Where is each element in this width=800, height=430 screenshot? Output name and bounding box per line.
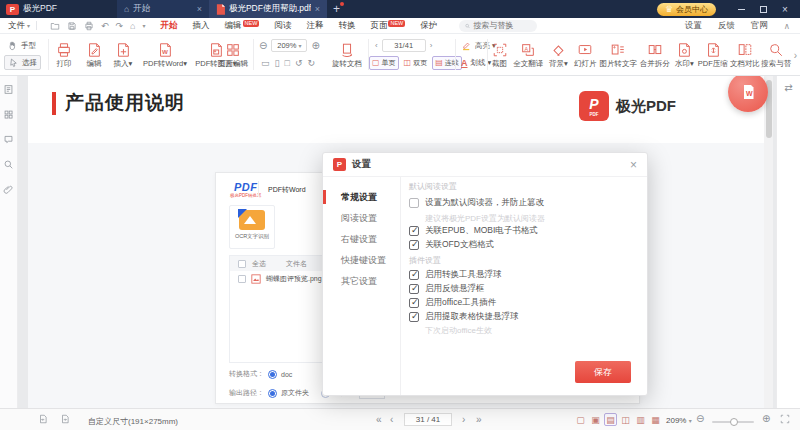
print-icon[interactable]	[84, 21, 94, 31]
search-input[interactable]	[473, 21, 531, 30]
save-button[interactable]: 保存	[575, 361, 631, 383]
view-double-continuous-icon[interactable]: ▥	[634, 413, 647, 426]
merge-split-button[interactable]: 合并拆分	[638, 36, 672, 74]
option-feedback-float[interactable]: 启用反馈悬浮框	[409, 283, 485, 295]
dialog-nav-reading[interactable]: 阅读设置	[323, 208, 400, 229]
double-page-button[interactable]: ◫双页	[401, 56, 431, 70]
menu-item-insert[interactable]: 插入	[193, 20, 210, 32]
member-center-button[interactable]: ♛ 会员中心	[657, 3, 716, 16]
collapse-ribbon-icon[interactable]: ∧	[784, 21, 790, 31]
fit-width-icon[interactable]: ▯	[275, 58, 280, 68]
dialog-nav-general[interactable]: 常规设置	[323, 187, 400, 208]
checkbox[interactable]	[409, 284, 419, 294]
open-folder-icon[interactable]	[50, 21, 60, 31]
screenshot-button[interactable]: 截图	[488, 36, 511, 74]
close-tab-icon[interactable]: ×	[197, 4, 202, 14]
select-tool-button[interactable]: 选择	[4, 55, 41, 70]
tab-home[interactable]: ⌂ 开始 ×	[117, 0, 209, 18]
maximize-button[interactable]	[752, 0, 774, 18]
next-page-icon[interactable]: ›	[430, 41, 433, 51]
vertical-scrollbar[interactable]	[764, 76, 773, 408]
file-menu[interactable]: 文件▾	[8, 20, 30, 32]
dialog-close-icon[interactable]: ×	[630, 160, 637, 170]
dialog-header[interactable]: P 设置 ×	[323, 153, 647, 177]
search-replace-button[interactable]: 搜索与替	[761, 36, 791, 74]
pdf-to-word-button[interactable]: W PDF转Word▾	[140, 36, 190, 74]
toolbar-overflow-chevron[interactable]: ›	[791, 36, 800, 74]
slideshow-button[interactable]: 幻灯片	[572, 36, 599, 74]
search-panel-icon[interactable]	[3, 159, 14, 170]
minimize-button[interactable]	[730, 0, 752, 18]
dialog-nav-other[interactable]: 其它设置	[323, 271, 400, 292]
search-box[interactable]	[459, 20, 537, 32]
background-button[interactable]: 背景▾	[545, 36, 572, 74]
checkbox[interactable]	[409, 240, 419, 250]
home-icon[interactable]: ⌂	[130, 21, 135, 31]
zoom-level-select[interactable]: 209%▾	[271, 39, 307, 52]
thumbnails-panel-icon[interactable]	[3, 109, 14, 120]
outline-panel-icon[interactable]	[3, 84, 14, 95]
zoom-out-icon[interactable]: ⊖	[696, 414, 704, 424]
option-default-reader[interactable]: 设置为默认阅读器，并防止篡改	[409, 197, 544, 209]
zoom-in-icon[interactable]: ⊕	[311, 41, 319, 51]
previous-page-icon[interactable]: ‹	[390, 414, 393, 426]
translate-button[interactable]: A 全文翻译	[511, 36, 545, 74]
tab-document[interactable]: 极光PDF使用帮助.pdf ×	[209, 0, 327, 18]
view-double-icon[interactable]: ◫	[619, 413, 632, 426]
zoom-out-icon[interactable]: ⊖	[259, 41, 267, 51]
fullscreen-icon[interactable]	[780, 414, 790, 424]
page-number-input[interactable]	[404, 413, 452, 426]
rotate-document-button[interactable]: 旋转文档	[328, 36, 366, 74]
page-indicator[interactable]: 31/41	[382, 39, 426, 52]
checkbox[interactable]	[409, 270, 419, 280]
doc-compare-button[interactable]: 文档对比	[729, 36, 761, 74]
feedback-link[interactable]: 反馈	[718, 20, 735, 32]
checkbox[interactable]	[409, 198, 419, 208]
option-ofd[interactable]: 关联OFD文档格式	[409, 239, 494, 251]
checkbox[interactable]	[409, 312, 419, 322]
option-table-extract[interactable]: 启用提取表格快捷悬浮球	[409, 311, 519, 323]
actual-size-icon[interactable]: □	[284, 58, 289, 68]
checkbox[interactable]	[409, 226, 419, 236]
zoom-in-icon[interactable]: ⊕	[762, 414, 770, 424]
fit-page-icon[interactable]: ▭	[261, 58, 270, 68]
close-button[interactable]: ×	[774, 0, 796, 18]
dialog-nav-rightclick[interactable]: 右键设置	[323, 229, 400, 250]
next-page-size-icon[interactable]	[60, 414, 70, 424]
dialog-nav-shortcuts[interactable]: 快捷键设置	[323, 250, 400, 271]
single-page-button[interactable]: ▢单页	[369, 56, 399, 70]
option-epub-mobi[interactable]: 关联EPUB、MOBI电子书格式	[409, 225, 538, 237]
zoom-level-select[interactable]: 209% ▾	[666, 416, 692, 425]
chevron-down-icon[interactable]: ▾	[143, 21, 146, 31]
view-single-icon[interactable]: ▢	[574, 413, 587, 426]
menu-item-edit[interactable]: 编辑NEW	[225, 20, 260, 32]
undo-icon[interactable]: ↶	[101, 21, 109, 31]
page-edit-button[interactable]: 页面编辑	[213, 36, 253, 74]
settings-link[interactable]: 设置	[685, 20, 702, 32]
comments-panel-icon[interactable]	[3, 134, 14, 145]
last-page-icon[interactable]: »	[476, 414, 482, 426]
zoom-slider-knob[interactable]	[730, 418, 738, 426]
view-single-continuous-icon[interactable]: ▣	[589, 413, 602, 426]
view-book-icon[interactable]: ▦	[649, 413, 662, 426]
menu-item-protect[interactable]: 保护	[420, 20, 437, 32]
menu-item-annotate[interactable]: 注释	[306, 20, 323, 32]
menu-item-convert[interactable]: 转换	[338, 20, 355, 32]
redo-icon[interactable]: ↷	[116, 21, 124, 31]
attachment-panel-icon[interactable]	[3, 184, 14, 195]
option-office-plugin[interactable]: 启用office工具插件	[409, 297, 496, 309]
prev-page-size-icon[interactable]	[38, 414, 48, 424]
checkbox[interactable]	[409, 298, 419, 308]
first-page-icon[interactable]: «	[376, 414, 382, 426]
insert-button[interactable]: 插入▾	[108, 36, 138, 74]
zoom-slider[interactable]	[712, 421, 754, 423]
edit-button[interactable]: 编辑	[80, 36, 108, 74]
save-icon[interactable]	[67, 21, 77, 31]
pan-settings-icon[interactable]: ⇄	[784, 82, 792, 93]
hand-tool-button[interactable]: 手型	[4, 38, 39, 53]
menu-item-home[interactable]: 开始	[161, 20, 178, 32]
print-button[interactable]: 打印	[50, 36, 78, 74]
pdf-compress-button[interactable]: PDF压缩	[697, 36, 729, 74]
new-tab-button[interactable]: +	[333, 4, 340, 14]
rotate-right-icon[interactable]: ↻	[307, 58, 315, 68]
